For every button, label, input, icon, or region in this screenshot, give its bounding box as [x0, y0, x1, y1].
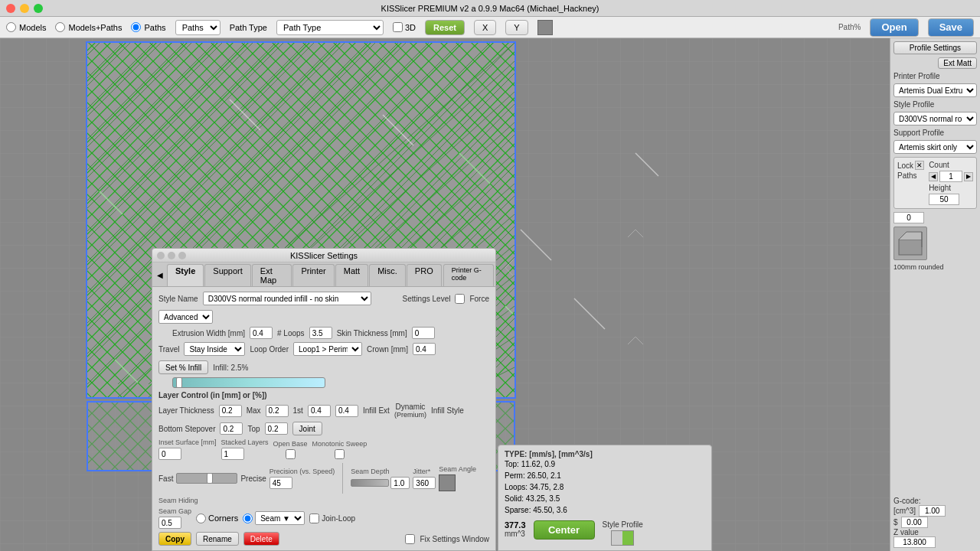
- seam-depth-slider[interactable]: [351, 479, 389, 487]
- extrusion-width-input[interactable]: 0.4: [250, 327, 273, 339]
- set-pct-infill-button[interactable]: Set % Infill: [158, 360, 208, 374]
- first-input[interactable]: 0.4: [308, 405, 331, 417]
- seam-angle-icon[interactable]: [439, 474, 456, 491]
- models-paths-radio[interactable]: [55, 22, 65, 32]
- count-next-button[interactable]: ▶: [964, 172, 973, 181]
- tab-extmap[interactable]: Ext Map: [252, 264, 292, 286]
- rename-button[interactable]: Rename: [196, 532, 239, 546]
- close-button[interactable]: [6, 4, 15, 13]
- dollar-row: $ 0.00: [893, 517, 977, 528]
- max-input[interactable]: 0.2: [266, 405, 289, 417]
- zero-input[interactable]: 0: [893, 212, 924, 223]
- corners-radio[interactable]: [196, 514, 206, 523]
- loops-input[interactable]: 3.5: [309, 327, 332, 339]
- corners-label[interactable]: Corners: [208, 514, 238, 523]
- reset-button[interactable]: Reset: [425, 20, 465, 35]
- x-button[interactable]: X: [474, 20, 496, 35]
- loop-order-select[interactable]: Loop1 > Perim: [293, 342, 362, 356]
- tab-style[interactable]: Style: [167, 264, 204, 286]
- ext-matt-button[interactable]: Ext Matt: [938, 57, 977, 69]
- paths-label[interactable]: Paths: [144, 23, 165, 32]
- view-icon[interactable]: [537, 20, 553, 35]
- maximize-button[interactable]: [34, 4, 43, 13]
- tab-printer[interactable]: Printer: [292, 264, 334, 286]
- dollar-input[interactable]: 0.00: [901, 517, 928, 528]
- style-name-select[interactable]: D300VS normal rounded infill - no skin: [203, 292, 371, 305]
- joinloop-checkbox[interactable]: [309, 514, 319, 523]
- path-type-dropdown[interactable]: Path Type: [276, 20, 384, 35]
- jitter-input[interactable]: 360: [413, 477, 436, 489]
- settings-panel: KISSlicer Settings ◀ Style Support Ext M…: [152, 248, 496, 551]
- advanced-select[interactable]: Advanced: [158, 310, 213, 324]
- style-profile-col: Style Profile: [603, 520, 643, 546]
- toolbar: Models Models+Paths Paths Paths Path Typ…: [0, 17, 980, 38]
- inset-input[interactable]: 0: [158, 448, 181, 460]
- z-input[interactable]: 13.800: [893, 536, 936, 548]
- paths-row: Paths: [897, 171, 924, 180]
- count-col: Count ◀ 1 ▶ Height 50: [929, 161, 973, 205]
- stacked-input[interactable]: 1: [221, 448, 244, 460]
- crown-input[interactable]: 0.4: [413, 343, 436, 355]
- bottom-stepover-input[interactable]: 0.2: [220, 422, 243, 435]
- tab-misc[interactable]: Misc.: [369, 264, 406, 286]
- delete-button[interactable]: Delete: [243, 532, 279, 546]
- open-base-checkbox[interactable]: [273, 449, 308, 459]
- travel-select[interactable]: Stay Inside: [184, 342, 245, 356]
- seam-select[interactable]: Seam ▼: [255, 511, 305, 525]
- style-profile-select[interactable]: D300VS normal rounde: [893, 112, 977, 126]
- seam-gap-label: Seam Gap: [158, 507, 191, 515]
- models-label[interactable]: Models: [19, 23, 46, 32]
- cm3-row: [cm^3] 1.00: [893, 505, 977, 517]
- infill-slider[interactable]: [172, 377, 325, 388]
- height-label-row: Height: [929, 184, 973, 192]
- force-checkbox[interactable]: [455, 294, 465, 304]
- top-input[interactable]: 0.2: [265, 422, 288, 435]
- tab-prev-arrow[interactable]: ◀: [154, 264, 166, 286]
- tab-matt[interactable]: Matt: [335, 264, 368, 286]
- open-button[interactable]: Open: [870, 18, 918, 37]
- models-paths-label[interactable]: Models+Paths: [68, 23, 122, 32]
- top-val: Top: 11.62, 0.9: [505, 458, 705, 470]
- joint-button[interactable]: Joint: [292, 422, 322, 435]
- fast-precise-slider[interactable]: [176, 473, 237, 484]
- seam-depth-input[interactable]: 1.0: [390, 477, 410, 489]
- precision-input[interactable]: 45: [270, 477, 292, 489]
- monotonic-checkbox[interactable]: [312, 449, 368, 459]
- printer-profile-select[interactable]: Artemis Dual Extrusion: [893, 83, 977, 97]
- minimize-button[interactable]: [20, 4, 29, 13]
- profile-settings-button[interactable]: Profile Settings: [893, 41, 977, 54]
- path-type-select[interactable]: Paths: [175, 20, 220, 35]
- joinloop-group: Join-Loop: [309, 514, 355, 523]
- skin-thickness-input[interactable]: 0: [412, 327, 435, 339]
- settings-max-button[interactable]: [178, 252, 186, 259]
- models-radio[interactable]: [6, 22, 16, 32]
- settings-close-button[interactable]: [157, 252, 165, 259]
- save-button[interactable]: Save: [928, 18, 974, 37]
- infill-ext-input[interactable]: [335, 405, 358, 417]
- count-prev-button[interactable]: ◀: [929, 172, 938, 181]
- paths-radio[interactable]: [131, 22, 141, 32]
- tab-support[interactable]: Support: [204, 264, 251, 286]
- y-button[interactable]: Y: [505, 20, 528, 35]
- layer-thickness-input[interactable]: 0.2: [219, 405, 242, 417]
- settings-min-button[interactable]: [168, 252, 175, 259]
- fix-settings-checkbox[interactable]: [405, 534, 415, 544]
- 3d-checkbox[interactable]: [393, 22, 403, 32]
- 3d-label[interactable]: 3D: [405, 23, 416, 32]
- center-button[interactable]: Center: [534, 520, 595, 540]
- dynamic-label: Dynamic: [395, 403, 425, 411]
- support-profile-select[interactable]: Artemis skirt only: [893, 140, 977, 154]
- copy-button[interactable]: Copy: [158, 532, 191, 546]
- style-profile-col-label: Style Profile: [603, 520, 643, 529]
- travel-label: Travel: [158, 345, 179, 354]
- count-input[interactable]: 1: [939, 171, 962, 182]
- height-input[interactable]: 50: [929, 194, 959, 205]
- canvas-area[interactable]: KISSlicer Settings ◀ Style Support Ext M…: [0, 38, 890, 551]
- cm3-input[interactable]: 1.00: [919, 505, 946, 517]
- seam-gap-input[interactable]: 0.5: [158, 517, 181, 529]
- tab-printer-gcode[interactable]: Printer G-code: [443, 264, 494, 286]
- travel-row: Travel Stay Inside Loop Order Loop1 > Pe…: [158, 342, 489, 374]
- tab-pro[interactable]: PRO: [407, 264, 442, 286]
- seam-radio[interactable]: [243, 514, 253, 523]
- lock-x-button[interactable]: ✕: [915, 161, 924, 170]
